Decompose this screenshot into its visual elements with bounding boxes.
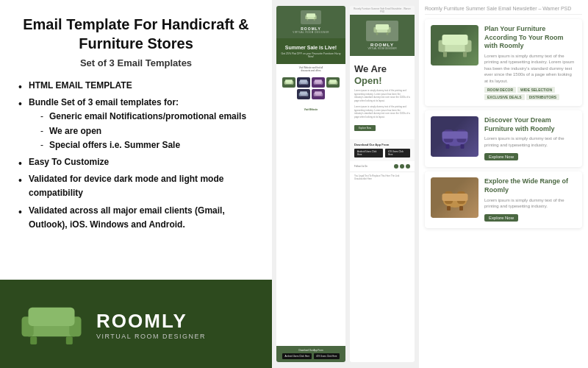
feature-item-3: Easy To Customize xyxy=(18,155,254,169)
svg-rect-23 xyxy=(315,79,322,82)
svg-rect-31 xyxy=(300,91,307,94)
left-panel: Email Template For Handicraft & Furnitur… xyxy=(0,0,272,368)
right-panel: Roomly Furniture Summer Sale Email Newsl… xyxy=(419,0,588,368)
feature-label-2: Bundle Set of 3 email templates for: xyxy=(29,97,179,107)
svg-rect-51 xyxy=(442,131,467,138)
svg-rect-9 xyxy=(306,13,315,17)
rp-card-desc-2: Lorem ipsum is simply dummy text of the … xyxy=(484,135,576,148)
ep1-sofa-icon xyxy=(304,13,318,21)
product-sofa-5 xyxy=(298,91,309,98)
rp-top-bar-text: Roomly Furniture Summer Sale Email Newsl… xyxy=(425,6,571,11)
bp-top-bar: Roomly Furniture Summer Sale Email Newsl… xyxy=(350,6,415,15)
rp-card-title-2: Discover Your Dream Furniture with Rooml… xyxy=(484,116,576,133)
bp-sofa-icon xyxy=(372,23,392,36)
features-list: HTML EMAIL TEMPLATE Bundle Set of 3 emai… xyxy=(18,79,254,232)
svg-rect-45 xyxy=(442,35,467,45)
product-sofa-4 xyxy=(328,79,338,86)
svg-rect-52 xyxy=(445,144,449,149)
ep1-products xyxy=(276,74,345,102)
ep1-hero: Summer Sale is Live! Get 25% Flat OFF on… xyxy=(276,38,345,64)
svg-rect-27 xyxy=(329,79,337,82)
ep1-product-1 xyxy=(282,77,295,88)
sub-features-list: Generic email Notifications/promotional … xyxy=(29,110,254,152)
chair-img-green xyxy=(431,25,478,66)
bp-facebook-icon xyxy=(394,164,398,169)
ep1-brand-sub: VIRTUAL ROOM DESIGNER xyxy=(293,31,329,34)
bp-social-icons xyxy=(394,164,410,169)
feature-label-5: Validated across all major email clients… xyxy=(29,205,225,230)
bp-app-title: Download Our App From xyxy=(354,143,410,146)
sub-label-3: Special offers i.e. Summer Sale xyxy=(49,140,180,150)
feature-item-2: Bundle Set of 3 email templates for: Gen… xyxy=(18,96,254,152)
ep1-product-4 xyxy=(326,77,340,88)
bp-logo-container xyxy=(366,21,398,41)
svg-rect-40 xyxy=(376,32,379,35)
rp-card-img-2 xyxy=(431,116,478,157)
purple-chair-icon xyxy=(437,121,473,152)
brand-footer: ROOMLY VIRTUAL ROOM DESIGNER xyxy=(0,280,272,368)
bp-app-section: Download Our App From Android Users Clic… xyxy=(350,139,415,161)
rp-tag-wide-selection: WIDE SELECTION xyxy=(517,87,555,93)
svg-rect-3 xyxy=(29,307,75,325)
email-preview-open: Roomly Furniture Summer Sale Email Newsl… xyxy=(350,6,415,362)
ep1-footer: Download Our App From Android Users Clic… xyxy=(276,346,345,362)
rp-card-img-3 xyxy=(431,177,478,218)
svg-rect-57 xyxy=(442,194,467,201)
rp-card-content-2: Discover Your Dream Furniture with Rooml… xyxy=(484,116,576,161)
email-preview-summer-sale: ROOMLY VIRTUAL ROOM DESIGNER Summer Sale… xyxy=(276,6,345,362)
middle-panel: ROOMLY VIRTUAL ROOM DESIGNER Summer Sale… xyxy=(272,0,419,368)
brand-text: ROOMLY VIRTUAL ROOM DESIGNER xyxy=(96,310,206,340)
ep1-android-badge: Android Users Click Here xyxy=(282,353,312,359)
rp-tag-distributors: DISTRIBUTORS xyxy=(526,94,559,100)
svg-rect-35 xyxy=(315,91,322,94)
svg-rect-58 xyxy=(447,206,451,210)
svg-rect-19 xyxy=(300,79,307,82)
bp-instagram-icon xyxy=(406,164,410,169)
ep1-product-3 xyxy=(312,77,325,88)
product-sofa-3 xyxy=(313,79,323,86)
sub-feature-1: Generic email Notifications/promotional … xyxy=(40,110,254,124)
ep1-visit-btn: Visit Website xyxy=(301,107,321,113)
rp-card-tags-1: ROOM DECOR WIDE SELECTION EXCLUSIVE DEAL… xyxy=(484,87,576,100)
ep1-product-2 xyxy=(297,77,310,88)
svg-rect-41 xyxy=(387,32,389,35)
bp-footer-text: You Legal Text To Replace This Here The … xyxy=(354,174,399,180)
subtitle: Set of 3 Email Templates xyxy=(18,57,254,68)
product-sofa-6 xyxy=(313,91,323,98)
rp-card-title-text-3: Explore the Wide Range of xyxy=(484,177,568,185)
rp-card-btn-3[interactable]: Explore Now xyxy=(484,214,518,222)
svg-rect-4 xyxy=(30,336,37,344)
svg-rect-47 xyxy=(463,52,467,57)
rp-card-accent-1: Roomly xyxy=(500,42,524,49)
ep1-cta-text: Visit Website and find all discounts and… xyxy=(276,64,345,74)
bp-body-text: Lorem ipsum is simply dummy text of the … xyxy=(354,89,410,102)
product-sofa-1 xyxy=(284,79,294,86)
svg-rect-39 xyxy=(376,24,389,29)
svg-rect-10 xyxy=(307,19,309,21)
green-sofa-icon xyxy=(437,30,473,61)
rp-tag-exclusive-deals: EXCLUSIVE DEALS xyxy=(484,94,525,100)
feature-label-1: HTML EMAIL TEMPLATE xyxy=(29,80,132,91)
rp-card-title-text-1: Plan Your Furniture According To Your Ro… xyxy=(484,25,564,49)
chair-img-purple xyxy=(431,116,478,157)
sub-feature-3: Special offers i.e. Summer Sale xyxy=(40,138,254,152)
rp-card-accent-3: Roomly xyxy=(484,186,509,194)
rp-card-btn-2[interactable]: Explore Now xyxy=(484,153,518,160)
svg-rect-5 xyxy=(66,336,73,344)
rp-card-title-3: Explore the Wide Range of Roomly xyxy=(484,177,576,194)
bp-twitter-icon xyxy=(400,164,404,169)
ep1-product-5 xyxy=(297,89,310,99)
bp-body-text-2: Lorem ipsum is simply dummy text of the … xyxy=(354,105,410,118)
bp-header: ROOMLY VIRTUAL ROOM DESIGNER xyxy=(350,15,415,56)
ep1-footer-title: Download Our App From xyxy=(279,349,343,352)
svg-rect-15 xyxy=(285,79,293,82)
svg-rect-46 xyxy=(443,52,447,57)
feature-item-4: Validated for device dark mode and light… xyxy=(18,172,254,200)
bp-open-accent: Open! xyxy=(354,75,382,86)
bp-follow: Follow Us On xyxy=(350,161,415,171)
ep1-product-6 xyxy=(312,89,325,99)
product-sofa-2 xyxy=(298,79,309,86)
main-title: Email Template For Handicraft & Furnitur… xyxy=(18,15,254,53)
bp-app-badges: Android Users Click Here iOS Users Click… xyxy=(354,149,410,158)
ep1-hero-sub: Get 25% Flat OFF on your Favourite Furni… xyxy=(279,52,343,58)
